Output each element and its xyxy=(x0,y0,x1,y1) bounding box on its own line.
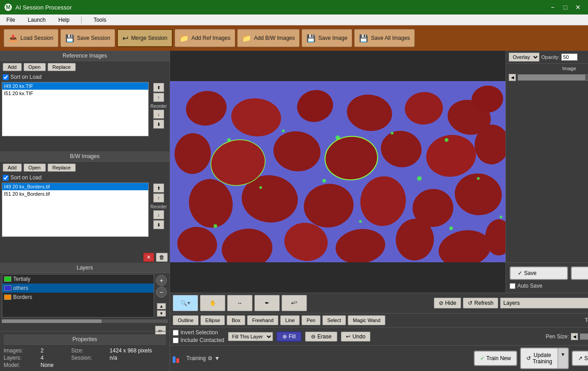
options-row: Invert Selection Include Contacted Fill … xyxy=(170,328,588,346)
zoom-in-button[interactable]: 🔍+ xyxy=(173,295,198,311)
auto-save-checkbox[interactable] xyxy=(510,283,515,289)
reorder-label: Reorder xyxy=(151,104,167,109)
canvas-area[interactable] xyxy=(170,51,505,293)
undo-icon: ↩ xyxy=(346,333,350,340)
right-side-panel: Overlay Opacity: Image ◀ ▶ xyxy=(505,51,588,293)
save-button[interactable]: ✓ Save xyxy=(510,266,568,280)
ref-file-list[interactable]: I49 20 kx.TIF I51 20 kx.TIF xyxy=(2,82,149,136)
layers-scrollbar-thumb xyxy=(2,319,102,323)
layer-item[interactable]: Borders xyxy=(2,293,154,302)
ref-move-top-button[interactable]: ⬆ xyxy=(153,83,164,92)
refresh-button[interactable]: ↺ Refresh xyxy=(463,298,498,308)
menu-tools[interactable]: Tools xyxy=(91,16,109,24)
ref-replace-button[interactable]: Replace xyxy=(48,63,76,71)
pan-button[interactable]: ✋ xyxy=(200,295,225,311)
list-item[interactable]: I49 20 kx.TIF xyxy=(2,82,148,90)
training-settings-icon: ⚙ xyxy=(208,355,213,361)
properties-grid: Images: 2 Size: 1424 x 968 pixels Layers… xyxy=(4,347,166,368)
save-image-button[interactable]: 💾 Save Image xyxy=(301,29,352,47)
ref-add-button[interactable]: Add xyxy=(3,63,22,71)
select-button[interactable]: Select xyxy=(322,315,346,325)
save-as-button[interactable]: Save As xyxy=(571,266,588,280)
freehand-button[interactable]: Freehand xyxy=(247,315,278,325)
overlay-select[interactable]: Overlay xyxy=(509,53,539,62)
save-model-button[interactable]: ↗ Save Model xyxy=(573,352,588,365)
minimize-button[interactable]: − xyxy=(547,3,558,12)
menu-launch[interactable]: Launch xyxy=(25,16,48,24)
layer-item[interactable]: Tertialy xyxy=(2,275,154,284)
layer-add-button[interactable]: + xyxy=(156,275,167,286)
bw-move-down-button[interactable]: ↓ xyxy=(153,210,164,219)
layer-item[interactable]: others xyxy=(2,284,154,293)
undo-button[interactable]: ↩ Undo xyxy=(341,332,370,342)
save-all-images-button[interactable]: 💾 Save All Images xyxy=(354,29,415,47)
load-session-button[interactable]: 📤 Load Session xyxy=(4,29,58,47)
ellipse-button[interactable]: Ellipse xyxy=(200,315,225,325)
add-bw-images-button[interactable]: 📁 Add B/W Images xyxy=(237,29,300,47)
layers-prop-value: 4 xyxy=(40,355,67,361)
hide-button[interactable]: ⊘ Hide xyxy=(434,298,462,308)
pen-tool-button[interactable]: ✒ xyxy=(254,295,280,311)
pen-button[interactable]: Pen xyxy=(301,315,321,325)
bw-move-bottom-button[interactable]: ⬇ xyxy=(153,220,164,229)
image-scroll-left-button[interactable]: ◀ xyxy=(509,74,516,81)
layer-scroll-up-button[interactable]: ▲ xyxy=(157,303,166,309)
erase-button[interactable]: ⊖ Erase xyxy=(305,332,337,342)
add-ref-images-button[interactable]: 📁 Add Ref Images xyxy=(175,29,235,47)
ruler-button[interactable]: ↔ xyxy=(227,295,253,311)
pen-tool-icon: ✒ xyxy=(265,300,269,306)
update-training-button[interactable]: ↺ Update Training xyxy=(521,348,558,368)
bw-move-top-button[interactable]: ⬆ xyxy=(153,183,164,193)
pen-size-track[interactable] xyxy=(580,333,588,340)
brush-button[interactable]: 🖊 xyxy=(282,295,307,311)
layers-scrollbar[interactable] xyxy=(2,319,168,323)
line-button[interactable]: Line xyxy=(280,315,300,325)
svg-point-31 xyxy=(391,132,394,135)
menu-help[interactable]: Help xyxy=(56,16,73,24)
bw-open-button[interactable]: Open xyxy=(24,164,46,172)
list-item[interactable]: I51 20 kx_Borders.tif xyxy=(2,190,148,198)
merge-session-button[interactable]: ↩ Merge Session xyxy=(117,29,173,47)
box-button[interactable]: Box xyxy=(227,315,245,325)
opacity-input[interactable] xyxy=(561,53,578,61)
layers-list[interactable]: Tertialy others Borders xyxy=(2,274,154,318)
invert-selection-label[interactable]: Invert Selection xyxy=(173,329,224,336)
list-item[interactable]: I51 20 kx.TIF xyxy=(2,90,148,97)
bw-add-button[interactable]: Add xyxy=(3,164,22,172)
bw-remove-button[interactable]: ✕ xyxy=(143,253,154,262)
include-contacted-label[interactable]: Include Contacted xyxy=(173,337,224,343)
invert-selection-checkbox[interactable] xyxy=(173,330,179,336)
ref-open-button[interactable]: Open xyxy=(24,63,46,71)
outline-button[interactable]: Outline xyxy=(173,315,199,325)
bw-move-up-button[interactable]: ↑ xyxy=(153,193,164,202)
ref-move-down-button[interactable]: ↓ xyxy=(153,110,164,119)
fill-button[interactable]: ⊕ Fill xyxy=(277,332,301,342)
canvas-svg xyxy=(170,81,505,262)
pen-size-dec-button[interactable]: ◀ xyxy=(571,333,578,340)
ref-move-up-button[interactable]: ↑ xyxy=(153,93,164,102)
layers-dropdown[interactable]: Layers ▼ xyxy=(500,298,588,308)
train-new-button[interactable]: ✓ Train New xyxy=(475,352,516,365)
layer-scroll-down-button[interactable]: ▼ xyxy=(157,310,166,317)
ruler-icon: ↔ xyxy=(237,300,243,306)
close-button[interactable]: ✕ xyxy=(573,3,583,12)
fill-layer-select[interactable]: Fill This Layer xyxy=(228,332,273,341)
ref-move-bottom-button[interactable]: ⬇ xyxy=(153,120,164,129)
maximize-button[interactable]: □ xyxy=(560,3,571,12)
properties-header: Properties xyxy=(4,334,166,345)
menu-file[interactable]: File xyxy=(4,16,18,24)
magic-wand-button[interactable]: Magic Wand xyxy=(348,315,385,325)
bw-delete-button[interactable]: 🗑 xyxy=(156,253,168,262)
update-training-split-button: ↺ Update Training ▼ xyxy=(520,347,569,369)
selection-tools-row: Outline Ellipse Box Freehand Line Pen Se… xyxy=(170,313,588,328)
image-scroll-track[interactable] xyxy=(518,74,588,81)
ref-sort-checkbox[interactable] xyxy=(3,74,9,80)
list-item[interactable]: I49 20 kx_Borders.tif xyxy=(2,183,148,190)
bw-file-list[interactable]: I49 20 kx_Borders.tif I51 20 kx_Borders.… xyxy=(2,183,149,237)
save-session-button[interactable]: 💾 Save Session xyxy=(60,29,115,47)
layer-remove-button[interactable]: − xyxy=(156,287,167,298)
update-training-dropdown-button[interactable]: ▼ xyxy=(558,348,568,368)
include-contacted-checkbox[interactable] xyxy=(173,337,179,343)
bw-sort-checkbox[interactable] xyxy=(3,175,9,181)
bw-replace-button[interactable]: Replace xyxy=(48,164,76,172)
